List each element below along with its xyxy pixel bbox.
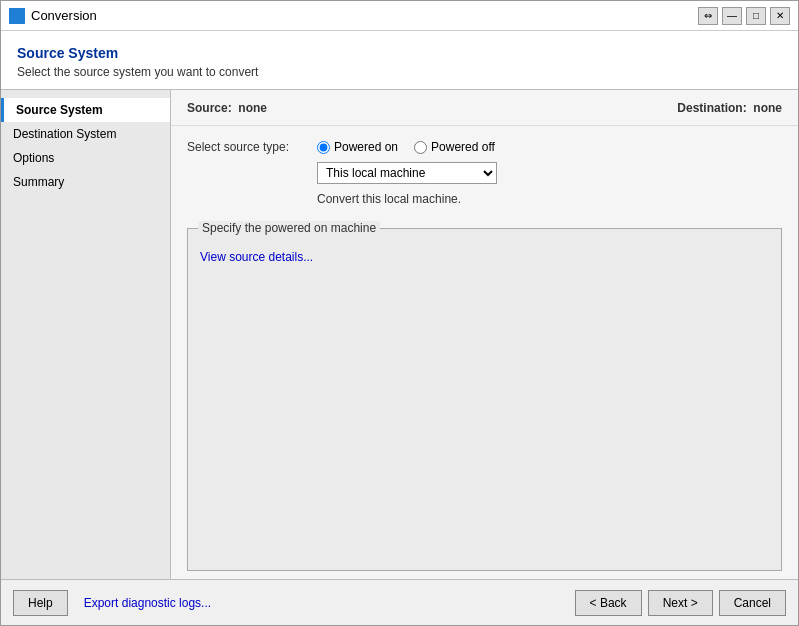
help-button[interactable]: Help [13,590,68,616]
title-bar-controls: ⇔ — □ ✕ [698,7,790,25]
source-value: none [238,101,267,115]
sidebar-item-destination-system[interactable]: Destination System [1,122,170,146]
powered-on-inner: View source details... [188,229,781,276]
title-bar: Conversion ⇔ — □ ✕ [1,1,798,31]
maximize-button[interactable]: □ [746,7,766,25]
sidebar-item-source-system[interactable]: Source System [1,98,170,122]
header-section: Source System Select the source system y… [1,31,798,90]
source-label: Source: [187,101,232,115]
radio-group: Powered on Powered off [317,140,495,154]
select-source-type-label: Select source type: [187,140,307,154]
minimize-button[interactable]: — [722,7,742,25]
radio-powered-on[interactable] [317,141,330,154]
powered-on-group: Specify the powered on machine View sour… [187,228,782,571]
content-area: Source: none Destination: none Select so… [171,90,798,579]
sidebar: Source System Destination System Options… [1,90,171,579]
hint-text: Convert this local machine. [317,192,782,206]
view-source-details-link[interactable]: View source details... [200,250,313,264]
main-content: Source System Destination System Options… [1,90,798,579]
window-title: Conversion [31,8,97,23]
sidebar-item-options[interactable]: Options [1,146,170,170]
cancel-button[interactable]: Cancel [719,590,786,616]
source-dest-bar: Source: none Destination: none [171,90,798,126]
destination-value: none [753,101,782,115]
back-button[interactable]: < Back [575,590,642,616]
select-row: This local machine Remote machine [317,162,782,184]
source-type-row: Select source type: Powered on Powered o… [187,140,782,154]
radio-powered-on-option[interactable]: Powered on [317,140,398,154]
bottom-left: Help Export diagnostic logs... [13,590,219,616]
form-area: Select source type: Powered on Powered o… [171,126,798,220]
next-button[interactable]: Next > [648,590,713,616]
header-title: Source System [17,45,782,61]
arrows-button[interactable]: ⇔ [698,7,718,25]
radio-powered-off[interactable] [414,141,427,154]
radio-powered-off-label: Powered off [431,140,495,154]
radio-powered-off-option[interactable]: Powered off [414,140,495,154]
source-info: Source: none [187,100,267,115]
title-bar-left: Conversion [9,8,97,24]
destination-label: Destination: [677,101,746,115]
bottom-bar: Help Export diagnostic logs... < Back Ne… [1,579,798,625]
main-window: Conversion ⇔ — □ ✕ Source System Select … [0,0,799,626]
export-logs-link[interactable]: Export diagnostic logs... [76,590,219,616]
radio-powered-on-label: Powered on [334,140,398,154]
powered-on-legend: Specify the powered on machine [198,221,380,235]
destination-info: Destination: none [677,100,782,115]
svg-point-2 [12,12,16,16]
svg-rect-1 [11,19,23,22]
source-type-dropdown[interactable]: This local machine Remote machine [317,162,497,184]
header-subtitle: Select the source system you want to con… [17,65,782,79]
close-button[interactable]: ✕ [770,7,790,25]
bottom-right: < Back Next > Cancel [575,590,786,616]
app-icon [9,8,25,24]
sidebar-item-summary[interactable]: Summary [1,170,170,194]
